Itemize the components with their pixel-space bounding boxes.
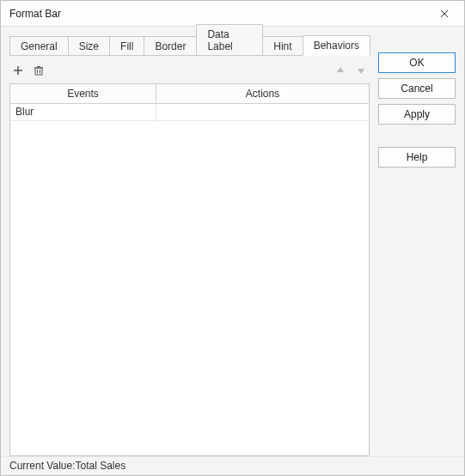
tab-behaviors[interactable]: Behaviors [303, 35, 370, 56]
tab-size[interactable]: Size [68, 36, 110, 56]
move-down-button[interactable] [352, 62, 370, 79]
button-label: Cancel [401, 82, 432, 95]
button-label: OK [409, 57, 424, 69]
grid-body[interactable]: Blur [10, 104, 369, 455]
tab-data-label[interactable]: Data Label [196, 24, 263, 56]
main-column: General Size Fill Border Data Label Hint… [9, 34, 370, 456]
tab-label: Data Label [207, 28, 232, 52]
trash-icon [33, 64, 45, 76]
toolbar [9, 61, 370, 80]
tab-strip: General Size Fill Border Data Label Hint… [9, 34, 370, 56]
dialog-body: General Size Fill Border Data Label Hint… [1, 27, 464, 456]
cell-action[interactable] [156, 104, 369, 120]
delete-button[interactable] [30, 62, 47, 79]
svg-marker-9 [337, 67, 344, 72]
tab-fill[interactable]: Fill [109, 36, 144, 56]
format-bar-dialog: Format Bar General Size Fill Border Data… [0, 0, 465, 476]
toolbar-right [332, 62, 370, 79]
spacer [378, 130, 456, 142]
tab-label: Border [155, 40, 186, 52]
tab-label: General [21, 40, 58, 52]
behaviors-grid: Events Actions Blur [9, 83, 370, 456]
tab-label: Hint [273, 40, 291, 52]
close-button[interactable] [431, 4, 457, 23]
side-buttons: OK Cancel Apply Help [378, 34, 456, 456]
table-row[interactable]: Blur [10, 104, 369, 121]
button-label: Apply [404, 108, 430, 120]
tab-label: Fill [120, 40, 133, 52]
current-value-text: Total Sales [75, 460, 125, 472]
arrow-down-icon [355, 64, 367, 76]
arrow-up-icon [334, 64, 346, 76]
svg-rect-4 [35, 68, 42, 75]
window-title: Format Bar [9, 8, 61, 20]
grid-header: Events Actions [10, 84, 369, 104]
toolbar-left [9, 62, 47, 79]
plus-icon [12, 64, 24, 76]
column-header-actions[interactable]: Actions [156, 84, 369, 103]
cancel-button[interactable]: Cancel [378, 78, 456, 99]
titlebar: Format Bar [1, 1, 464, 27]
add-button[interactable] [9, 62, 27, 79]
svg-marker-10 [358, 69, 364, 74]
tab-hint[interactable]: Hint [262, 36, 303, 56]
cell-event[interactable]: Blur [10, 104, 156, 120]
tab-label: Size [79, 40, 99, 52]
column-header-events[interactable]: Events [10, 84, 156, 103]
close-icon [440, 9, 449, 18]
tab-border[interactable]: Border [144, 36, 197, 56]
apply-button[interactable]: Apply [378, 104, 456, 125]
status-bar: Current Value:Total Sales [1, 456, 464, 475]
help-button[interactable]: Help [378, 147, 456, 168]
button-label: Help [407, 151, 428, 163]
tab-general[interactable]: General [9, 36, 69, 56]
tab-label: Behaviors [314, 40, 359, 52]
current-value-label: Current Value: [9, 460, 75, 472]
move-up-button[interactable] [332, 62, 349, 79]
ok-button[interactable]: OK [378, 52, 456, 73]
